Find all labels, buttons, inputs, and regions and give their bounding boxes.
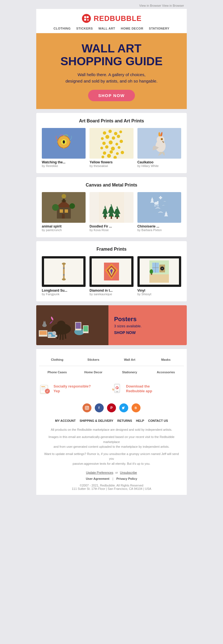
nav-stationery[interactable]: STATIONERY (149, 27, 169, 30)
footer-link-returns[interactable]: RETURNS (117, 419, 132, 422)
product-watching[interactable]: Watching the... by Reirekke (42, 128, 86, 168)
blog-icon[interactable]: B (132, 403, 140, 412)
svg-point-141 (117, 391, 118, 392)
svg-point-48 (52, 204, 59, 211)
product-artist-watching: by Reirekke (42, 164, 86, 168)
product-img-animal-spirit (42, 192, 86, 223)
product-diamond[interactable]: Diamond in t... by sarekaunique (89, 256, 133, 296)
product-img-diamond (89, 256, 133, 287)
svg-point-28 (111, 147, 115, 151)
svg-point-72 (161, 197, 162, 198)
svg-rect-45 (60, 209, 63, 213)
update-preferences-link[interactable]: Update Preferences (86, 471, 113, 474)
privacy-policy-link[interactable]: Privacy Policy (116, 477, 137, 480)
footer-nav-stationery[interactable]: Stationery (112, 369, 148, 376)
footer-nav-clothing[interactable]: Clothing (39, 356, 75, 363)
art-board-prints-title: Art Board Prints and Art Prints (42, 118, 181, 124)
product-chinoiserie[interactable]: Chinoiserie ... by Barbara Pixton (137, 192, 181, 232)
download-app-icon (112, 383, 124, 395)
svg-rect-66 (147, 192, 172, 223)
svg-point-41 (161, 139, 163, 140)
hero-title: WALL ARTSHOPPING GUIDE (47, 42, 176, 68)
product-img-watching (42, 128, 86, 159)
svg-text:f: f (98, 406, 100, 410)
footer-nav-masks[interactable]: Masks (148, 356, 184, 363)
nav-home-decor[interactable]: HOME DECOR (121, 27, 143, 30)
footer-nav-phone-cases[interactable]: Phone Cases (39, 369, 75, 376)
svg-point-124 (52, 331, 56, 335)
posters-shop-now-button[interactable]: SHOP NOW (114, 330, 181, 335)
product-name-animal-spirit: animal spirit (42, 224, 86, 228)
svg-point-8 (63, 140, 65, 144)
footer-link-my-account[interactable]: MY ACCOUNT (55, 419, 76, 422)
product-img-doodled-fir (89, 192, 133, 223)
svg-text:P: P (110, 406, 113, 410)
product-artist-caulkatoo: by Hillary White (137, 164, 181, 168)
svg-rect-133 (41, 386, 45, 387)
product-img-vinyl (137, 256, 181, 287)
badge-app-heading: Download theRedbubble app (126, 384, 152, 394)
footer-link-help[interactable]: HELP (136, 419, 144, 422)
canvas-metal-prints-section: Canvas and Metal Prints (36, 177, 187, 237)
product-artist-chinoiserie: by Barbara Pixton (137, 228, 181, 232)
framed-prints-section: Framed Prints (36, 241, 187, 301)
product-img-longboard (42, 256, 86, 287)
copyright-text: ©2007 - 2021, Redbubble. All Rights Rese… (72, 484, 151, 490)
product-artist-diamond: by sarekaunique (89, 292, 133, 296)
svg-point-86 (62, 263, 66, 265)
footer-nav-accessories[interactable]: Accessories (148, 369, 184, 376)
facebook-icon[interactable]: f (95, 403, 104, 412)
svg-point-52 (63, 198, 65, 201)
canvas-metal-prints-title: Canvas and Metal Prints (42, 183, 181, 188)
posters-sizes: 3 sizes available. (114, 324, 181, 328)
svg-rect-106 (36, 305, 108, 344)
twitter-icon[interactable] (119, 403, 128, 412)
svg-rect-62 (117, 217, 118, 219)
pinterest-icon[interactable]: P (107, 403, 116, 412)
footer-nav-wall-art[interactable]: Wall Art (112, 356, 148, 363)
instagram-icon[interactable] (83, 403, 91, 412)
product-doodled-fir[interactable]: Doodled Fir ... by Kova Rose (89, 192, 133, 232)
svg-rect-1 (84, 16, 86, 18)
product-artist-longboard: by Fangpunk (42, 292, 86, 296)
footer-prefs: Update Preferences or Unsubscribe (36, 469, 187, 475)
socially-responsible-icon: ✓ (39, 383, 51, 395)
product-yellow-flowers[interactable]: Yellow flowers by theseakiwi (89, 128, 133, 168)
product-name-yellow-flowers: Yellow flowers (89, 160, 133, 164)
product-name-watching: Watching the... (42, 160, 86, 164)
svg-point-19 (105, 135, 109, 139)
svg-point-89 (63, 274, 65, 276)
footer-nav-stickers[interactable]: Stickers (75, 356, 112, 363)
svg-rect-60 (105, 217, 106, 219)
unsubscribe-link[interactable]: Unsubscribe (120, 471, 137, 474)
footer-link-contact[interactable]: CONTACT US (148, 419, 168, 422)
product-artist-vinyl: by Shissyt (137, 292, 181, 296)
product-name-caulkatoo: Caulkatoo (137, 160, 181, 164)
product-longboard[interactable]: Longboard Su... by Fangpunk (42, 256, 86, 296)
product-name-doodled-fir: Doodled Fir ... (89, 224, 133, 228)
badge-socially-responsible[interactable]: ✓ Socially responsible?Yep (39, 383, 112, 395)
badge-download-app[interactable]: Download theRedbubble app (112, 383, 184, 395)
hero-section: WALL ARTSHOPPING GUIDE Wall hello there.… (36, 33, 187, 109)
social-row: f P B (36, 400, 187, 416)
svg-point-119 (43, 322, 46, 325)
hero-shop-now-button[interactable]: SHOP NOW (88, 90, 135, 101)
svg-rect-143 (116, 387, 117, 388)
product-caulkatoo[interactable]: Caulkatoo by Hillary White (137, 128, 181, 168)
product-img-caulkatoo (137, 128, 181, 159)
logo-area: REDBUBBLE (36, 13, 187, 23)
svg-point-79 (157, 201, 159, 203)
view-in-browser[interactable]: View in Browser View in Browser (36, 3, 187, 9)
product-animal-spirit[interactable]: animal spirit by paintcrunch (42, 192, 86, 232)
posters-text: Posters 3 sizes available. SHOP NOW (108, 305, 187, 345)
nav-clothing[interactable]: CLOTHING (54, 27, 71, 30)
footer-nav-home-decor[interactable]: Home Decor (75, 369, 112, 376)
svg-point-105 (150, 269, 153, 274)
user-agreement-link[interactable]: User Agreement (86, 477, 110, 480)
footer-nav-row-1: Clothing Stickers Wall Art Masks (39, 354, 184, 366)
footer-link-shipping[interactable]: SHIPPING & DELIVERY (79, 419, 113, 422)
product-vinyl[interactable]: Vinyl by Shissyt (137, 256, 181, 296)
svg-point-17 (119, 130, 122, 133)
nav-wall-art[interactable]: WALL ART (98, 27, 115, 30)
nav-stickers[interactable]: STICKERS (76, 27, 93, 30)
